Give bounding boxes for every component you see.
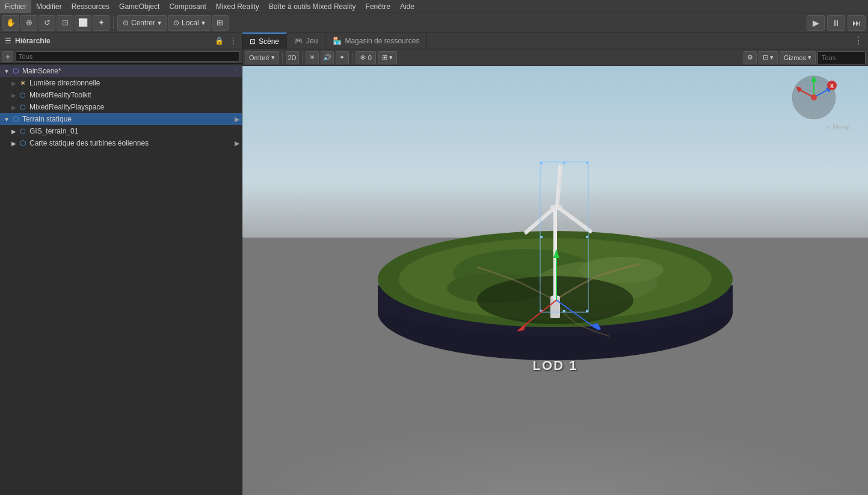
gizmo-widget: x <box>790 73 838 121</box>
menu-fichier[interactable]: Fichier <box>0 0 31 13</box>
scene-toolbar: Ombré ▾ 2D ☀ 🔊 ✦ 👁 0 ⊞ ▾ ⚙ ⊡ <box>242 49 868 66</box>
svg-rect-20 <box>586 162 588 164</box>
gis-arrow[interactable]: ▶ <box>10 128 18 135</box>
terrain-item[interactable]: ▼ ⬡ Terrain statique ▶ <box>0 113 242 125</box>
svg-rect-23 <box>563 162 565 164</box>
toolbar-separator-1 <box>113 17 114 29</box>
gizmo-svg: x <box>790 73 838 121</box>
svg-rect-25 <box>540 236 543 238</box>
main-toolbar: ✋ ⊕ ↺ ⊡ ⬜ ✦ ⊙ Centrer ▾ ⊙ Local ▾ ⊞ ▶ ⏸ … <box>0 13 868 32</box>
terrain-expand-arrow[interactable]: ▼ <box>2 116 11 123</box>
assets-tab-label: Magasin de ressources <box>345 37 419 45</box>
local-label: Local <box>182 19 199 27</box>
mrplayspace-item[interactable]: ▶ ⬡ MixedRealityPlayspace <box>0 101 242 113</box>
local-arrow: ▾ <box>202 19 205 27</box>
carte-item[interactable]: ▶ ⬡ Carte statique des turbines éolienne… <box>0 137 242 149</box>
scene-tab-label: Scène <box>259 37 279 46</box>
scale-tool[interactable]: ⊡ <box>57 15 73 31</box>
mrtoolkit-icon: ⬡ <box>18 90 28 100</box>
lumiere-icon: ☀ <box>18 78 28 88</box>
svg-rect-19 <box>540 162 543 164</box>
carte-label: Carte statique des turbines éoliennes <box>29 139 235 147</box>
terrain-label: Terrain statique <box>22 115 235 123</box>
gizmos-button[interactable]: Gizmos ▾ <box>780 51 816 64</box>
rotate-tool[interactable]: ↺ <box>38 15 55 31</box>
menu-aide[interactable]: Aide <box>395 0 419 13</box>
lod-label: LOD 1 <box>533 358 578 374</box>
gizmos-arrow: ▾ <box>808 54 811 61</box>
local-dropdown[interactable]: ⊙ Local ▾ <box>168 15 211 31</box>
terrain-icon: ⬡ <box>11 114 20 124</box>
settings-btn[interactable]: ⚙ <box>743 51 757 64</box>
main-area: ☰ Hiérarchie 🔒 ⋮ + ▼ ⬡ MainScene* ⋮ ▶ ☀ <box>0 32 868 495</box>
mrplayspace-arrow: ▶ <box>10 104 18 111</box>
audio-button[interactable]: 🔊 <box>321 51 334 64</box>
scene-more-icon[interactable]: ⋮ <box>233 67 239 75</box>
svg-rect-22 <box>586 310 588 312</box>
mrtoolkit-item[interactable]: ▶ ⬡ MixedRealityToolkit <box>0 89 242 101</box>
pause-button[interactable]: ⏸ <box>827 15 845 31</box>
gis-label: GIS_terrain_01 <box>29 127 239 135</box>
hierarchy-more-icon[interactable]: ⋮ <box>230 37 237 45</box>
play-button[interactable]: ▶ <box>807 15 825 31</box>
lighting-button[interactable]: ☀ <box>306 51 319 64</box>
scene-sep-3 <box>352 52 352 63</box>
fx-button[interactable]: ✦ <box>336 51 349 64</box>
menu-fenetre[interactable]: Fenêtre <box>361 0 395 13</box>
render-mode-dropdown[interactable]: Ombré ▾ <box>245 51 279 64</box>
menu-ressources[interactable]: Ressources <box>67 0 114 13</box>
scene-sep-1 <box>282 52 283 63</box>
gis-item[interactable]: ▶ ⬡ GIS_terrain_01 <box>0 125 242 137</box>
menu-gameobject[interactable]: GameObject <box>114 0 164 13</box>
gis-icon: ⬡ <box>18 126 28 136</box>
carte-more-icon[interactable]: ▶ <box>235 140 239 147</box>
tab-scene[interactable]: ⊡ Scène <box>242 32 287 49</box>
scene-toolbar-right: ⚙ ⊡ ▾ Gizmos ▾ <box>743 51 866 64</box>
center-label: Centrer <box>131 19 155 27</box>
menu-composant[interactable]: Composant <box>164 0 211 13</box>
game-tab-label: Jeu <box>306 37 318 45</box>
mrplayspace-icon: ⬡ <box>18 102 28 112</box>
svg-rect-26 <box>586 236 588 238</box>
lumiere-item[interactable]: ▶ ☀ Lumière directionnelle <box>0 77 242 89</box>
grid-tool[interactable]: ⊞ <box>212 15 229 31</box>
scene-root-item[interactable]: ▼ ⬡ MainScene* ⋮ <box>0 65 242 77</box>
hierarchy-panel: ☰ Hiérarchie 🔒 ⋮ + ▼ ⬡ MainScene* ⋮ ▶ ☀ <box>0 32 242 495</box>
terrain-svg <box>345 114 766 378</box>
2d-label: 2D <box>288 54 297 61</box>
center-arrow: ▾ <box>158 19 161 27</box>
transform-tool[interactable]: ✦ <box>93 15 109 31</box>
scene-area: ⊡ Scène 🎮 Jeu 🏪 Magasin de ressources ⋮ … <box>242 32 868 495</box>
hand-tool[interactable]: ✋ <box>2 15 19 31</box>
local-icon: ⊙ <box>173 19 179 27</box>
menu-modifier[interactable]: Modifier <box>31 0 67 13</box>
scene-tabs-more[interactable]: ⋮ <box>849 35 868 46</box>
step-button[interactable]: ⏭ <box>848 15 866 31</box>
gizmo-count-dropdown[interactable]: 👁 0 <box>356 51 376 64</box>
scene-expand-arrow[interactable]: ▼ <box>2 68 11 75</box>
assets-tab-icon: 🏪 <box>333 37 342 45</box>
hierarchy-icon: ☰ <box>5 37 11 45</box>
tab-assets[interactable]: 🏪 Magasin de ressources <box>325 32 427 49</box>
center-dropdown[interactable]: ⊙ Centrer ▾ <box>117 15 167 31</box>
lock-icon[interactable]: 🔒 <box>215 37 224 45</box>
menu-mixed-reality[interactable]: Mixed Reality <box>211 0 264 13</box>
lumiere-label: Lumière directionnelle <box>29 79 239 87</box>
view-dropdown[interactable]: ⊡ ▾ <box>759 51 778 64</box>
add-button[interactable]: + <box>2 51 13 62</box>
tab-game[interactable]: 🎮 Jeu <box>287 32 325 49</box>
rect-tool[interactable]: ⬜ <box>75 15 91 31</box>
persp-label: < Persp <box>827 123 850 131</box>
grid-arrow: ▾ <box>389 54 393 61</box>
move-tool[interactable]: ⊕ <box>20 15 37 31</box>
viewport[interactable]: LOD 1 x <box>242 66 868 495</box>
gizmo-count-icon: 👁 <box>360 54 366 61</box>
scene-search-input[interactable] <box>817 51 866 64</box>
carte-arrow[interactable]: ▶ <box>10 140 18 147</box>
grid-dropdown[interactable]: ⊞ ▾ <box>378 51 397 64</box>
terrain-more-icon[interactable]: ▶ <box>235 115 239 123</box>
2d-button[interactable]: 2D <box>286 51 299 64</box>
hierarchy-search-input[interactable] <box>16 51 239 62</box>
svg-text:x: x <box>830 82 834 89</box>
menu-boite-outils[interactable]: Boîte à outils Mixed Reality <box>264 0 361 13</box>
